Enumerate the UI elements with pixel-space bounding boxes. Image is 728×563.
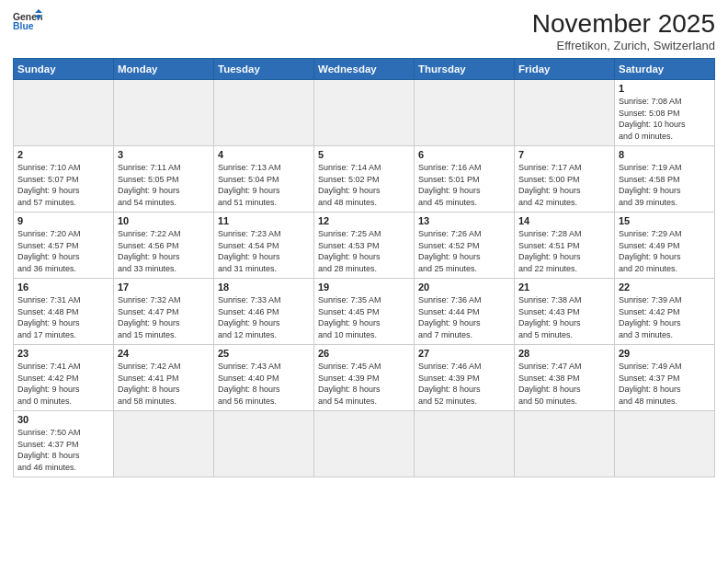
day-cell: 2Sunrise: 7:10 AM Sunset: 5:07 PM Daylig… bbox=[14, 146, 114, 213]
day-info: Sunrise: 7:29 AM Sunset: 4:49 PM Dayligh… bbox=[619, 228, 711, 274]
day-cell: 21Sunrise: 7:38 AM Sunset: 4:43 PM Dayli… bbox=[515, 279, 615, 345]
header-tuesday: Tuesday bbox=[214, 59, 314, 80]
day-cell bbox=[214, 80, 314, 146]
day-cell: 28Sunrise: 7:47 AM Sunset: 4:38 PM Dayli… bbox=[515, 345, 615, 411]
week-row-3: 16Sunrise: 7:31 AM Sunset: 4:48 PM Dayli… bbox=[14, 279, 715, 345]
day-number: 23 bbox=[17, 348, 109, 359]
day-info: Sunrise: 7:39 AM Sunset: 4:42 PM Dayligh… bbox=[619, 294, 711, 340]
day-cell: 27Sunrise: 7:46 AM Sunset: 4:39 PM Dayli… bbox=[415, 345, 515, 411]
day-info: Sunrise: 7:33 AM Sunset: 4:46 PM Dayligh… bbox=[218, 294, 310, 340]
day-number: 15 bbox=[619, 215, 711, 226]
day-number: 2 bbox=[17, 149, 109, 160]
day-info: Sunrise: 7:08 AM Sunset: 5:08 PM Dayligh… bbox=[619, 96, 711, 142]
logo: General Blue bbox=[13, 9, 42, 35]
week-row-1: 2Sunrise: 7:10 AM Sunset: 5:07 PM Daylig… bbox=[14, 146, 715, 213]
day-number: 29 bbox=[619, 348, 711, 359]
day-info: Sunrise: 7:23 AM Sunset: 4:54 PM Dayligh… bbox=[218, 228, 310, 274]
day-number: 26 bbox=[318, 348, 410, 359]
day-info: Sunrise: 7:49 AM Sunset: 4:37 PM Dayligh… bbox=[619, 361, 711, 407]
day-cell bbox=[114, 80, 214, 146]
week-row-0: 1Sunrise: 7:08 AM Sunset: 5:08 PM Daylig… bbox=[14, 80, 715, 146]
day-info: Sunrise: 7:28 AM Sunset: 4:51 PM Dayligh… bbox=[518, 228, 610, 274]
logo-icon: General Blue bbox=[13, 9, 42, 35]
day-number: 5 bbox=[318, 149, 410, 160]
day-number: 11 bbox=[218, 215, 310, 226]
week-row-5: 30Sunrise: 7:50 AM Sunset: 4:37 PM Dayli… bbox=[14, 411, 715, 477]
day-number: 16 bbox=[17, 282, 109, 293]
day-cell: 14Sunrise: 7:28 AM Sunset: 4:51 PM Dayli… bbox=[515, 213, 615, 279]
day-number: 20 bbox=[418, 282, 510, 293]
day-cell: 13Sunrise: 7:26 AM Sunset: 4:52 PM Dayli… bbox=[415, 213, 515, 279]
day-info: Sunrise: 7:32 AM Sunset: 4:47 PM Dayligh… bbox=[118, 294, 210, 340]
day-number: 3 bbox=[118, 149, 210, 160]
day-cell bbox=[615, 411, 715, 477]
day-info: Sunrise: 7:16 AM Sunset: 5:01 PM Dayligh… bbox=[418, 162, 510, 208]
day-info: Sunrise: 7:41 AM Sunset: 4:42 PM Dayligh… bbox=[17, 361, 109, 407]
day-number: 25 bbox=[218, 348, 310, 359]
svg-text:Blue: Blue bbox=[13, 21, 34, 31]
header: General Blue November 2025 Effretikon, Z… bbox=[13, 9, 715, 52]
header-sunday: Sunday bbox=[14, 59, 114, 80]
day-cell: 22Sunrise: 7:39 AM Sunset: 4:42 PM Dayli… bbox=[615, 279, 715, 345]
weekday-header-row: Sunday Monday Tuesday Wednesday Thursday… bbox=[14, 59, 715, 80]
svg-marker-2 bbox=[35, 9, 42, 13]
day-cell: 24Sunrise: 7:42 AM Sunset: 4:41 PM Dayli… bbox=[114, 345, 214, 411]
day-info: Sunrise: 7:47 AM Sunset: 4:38 PM Dayligh… bbox=[518, 361, 610, 407]
day-number: 27 bbox=[418, 348, 510, 359]
day-cell bbox=[415, 80, 515, 146]
day-number: 10 bbox=[118, 215, 210, 226]
title-block: November 2025 Effretikon, Zurich, Switze… bbox=[532, 9, 715, 52]
day-info: Sunrise: 7:42 AM Sunset: 4:41 PM Dayligh… bbox=[118, 361, 210, 407]
day-number: 17 bbox=[118, 282, 210, 293]
day-cell: 6Sunrise: 7:16 AM Sunset: 5:01 PM Daylig… bbox=[415, 146, 515, 213]
day-info: Sunrise: 7:14 AM Sunset: 5:02 PM Dayligh… bbox=[318, 162, 410, 208]
day-cell: 26Sunrise: 7:45 AM Sunset: 4:39 PM Dayli… bbox=[314, 345, 415, 411]
week-row-4: 23Sunrise: 7:41 AM Sunset: 4:42 PM Dayli… bbox=[14, 345, 715, 411]
day-cell: 25Sunrise: 7:43 AM Sunset: 4:40 PM Dayli… bbox=[214, 345, 314, 411]
day-cell: 11Sunrise: 7:23 AM Sunset: 4:54 PM Dayli… bbox=[214, 213, 314, 279]
day-cell bbox=[314, 80, 415, 146]
calendar-table: Sunday Monday Tuesday Wednesday Thursday… bbox=[13, 58, 715, 477]
day-number: 7 bbox=[518, 149, 610, 160]
day-info: Sunrise: 7:50 AM Sunset: 4:37 PM Dayligh… bbox=[17, 427, 109, 473]
day-cell: 20Sunrise: 7:36 AM Sunset: 4:44 PM Dayli… bbox=[415, 279, 515, 345]
page: General Blue November 2025 Effretikon, Z… bbox=[0, 0, 728, 563]
header-wednesday: Wednesday bbox=[314, 59, 415, 80]
day-number: 8 bbox=[619, 149, 711, 160]
day-number: 14 bbox=[518, 215, 610, 226]
day-info: Sunrise: 7:46 AM Sunset: 4:39 PM Dayligh… bbox=[418, 361, 510, 407]
location: Effretikon, Zurich, Switzerland bbox=[532, 39, 715, 52]
day-cell: 7Sunrise: 7:17 AM Sunset: 5:00 PM Daylig… bbox=[515, 146, 615, 213]
day-cell: 18Sunrise: 7:33 AM Sunset: 4:46 PM Dayli… bbox=[214, 279, 314, 345]
day-number: 22 bbox=[619, 282, 711, 293]
day-info: Sunrise: 7:11 AM Sunset: 5:05 PM Dayligh… bbox=[118, 162, 210, 208]
day-cell: 19Sunrise: 7:35 AM Sunset: 4:45 PM Dayli… bbox=[314, 279, 415, 345]
day-number: 4 bbox=[218, 149, 310, 160]
day-info: Sunrise: 7:10 AM Sunset: 5:07 PM Dayligh… bbox=[17, 162, 109, 208]
day-number: 13 bbox=[418, 215, 510, 226]
day-cell bbox=[515, 80, 615, 146]
day-cell bbox=[314, 411, 415, 477]
day-info: Sunrise: 7:43 AM Sunset: 4:40 PM Dayligh… bbox=[218, 361, 310, 407]
day-info: Sunrise: 7:20 AM Sunset: 4:57 PM Dayligh… bbox=[17, 228, 109, 274]
day-number: 24 bbox=[118, 348, 210, 359]
day-info: Sunrise: 7:25 AM Sunset: 4:53 PM Dayligh… bbox=[318, 228, 410, 274]
day-cell bbox=[515, 411, 615, 477]
day-info: Sunrise: 7:45 AM Sunset: 4:39 PM Dayligh… bbox=[318, 361, 410, 407]
day-info: Sunrise: 7:13 AM Sunset: 5:04 PM Dayligh… bbox=[218, 162, 310, 208]
day-number: 18 bbox=[218, 282, 310, 293]
day-cell: 17Sunrise: 7:32 AM Sunset: 4:47 PM Dayli… bbox=[114, 279, 214, 345]
day-cell: 9Sunrise: 7:20 AM Sunset: 4:57 PM Daylig… bbox=[14, 213, 114, 279]
day-cell: 23Sunrise: 7:41 AM Sunset: 4:42 PM Dayli… bbox=[14, 345, 114, 411]
day-cell: 1Sunrise: 7:08 AM Sunset: 5:08 PM Daylig… bbox=[615, 80, 715, 146]
day-cell: 4Sunrise: 7:13 AM Sunset: 5:04 PM Daylig… bbox=[214, 146, 314, 213]
header-saturday: Saturday bbox=[615, 59, 715, 80]
day-info: Sunrise: 7:36 AM Sunset: 4:44 PM Dayligh… bbox=[418, 294, 510, 340]
day-number: 19 bbox=[318, 282, 410, 293]
day-number: 6 bbox=[418, 149, 510, 160]
header-thursday: Thursday bbox=[415, 59, 515, 80]
day-cell: 30Sunrise: 7:50 AM Sunset: 4:37 PM Dayli… bbox=[14, 411, 114, 477]
header-friday: Friday bbox=[515, 59, 615, 80]
day-info: Sunrise: 7:19 AM Sunset: 4:58 PM Dayligh… bbox=[619, 162, 711, 208]
week-row-2: 9Sunrise: 7:20 AM Sunset: 4:57 PM Daylig… bbox=[14, 213, 715, 279]
